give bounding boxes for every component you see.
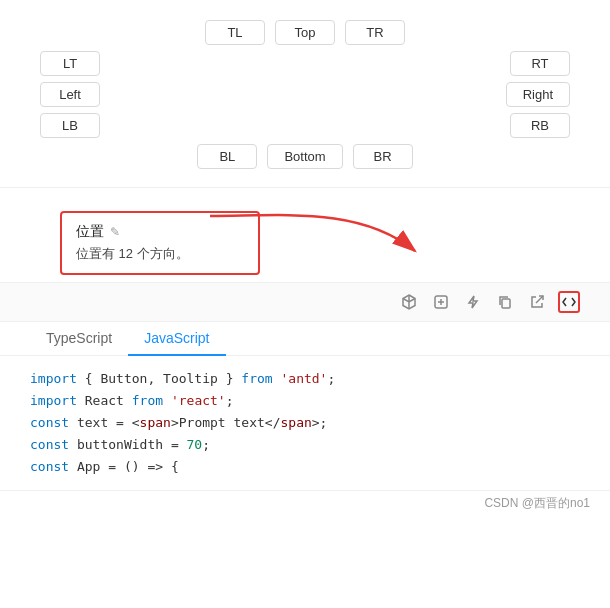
lightning-icon[interactable]: [462, 291, 484, 313]
btn-bottom[interactable]: Bottom: [267, 144, 342, 169]
toolbar: [0, 282, 610, 322]
code-line-5: const App = () => {: [30, 456, 580, 478]
code-line-2: import React from 'react';: [30, 390, 580, 412]
btn-rb[interactable]: RB: [510, 113, 570, 138]
footer: CSDN @西晋的no1: [0, 490, 610, 516]
btn-tl[interactable]: TL: [205, 20, 265, 45]
code-line-3: const text = <span>Prompt text</span>;: [30, 412, 580, 434]
btn-left[interactable]: Left: [40, 82, 100, 107]
btn-right[interactable]: Right: [506, 82, 570, 107]
code-tabs: TypeScript JavaScript: [0, 322, 610, 356]
footer-text: CSDN @西晋的no1: [484, 496, 590, 510]
btn-tr[interactable]: TR: [345, 20, 405, 45]
svg-line-3: [536, 296, 543, 303]
btn-br[interactable]: BR: [353, 144, 413, 169]
code-line-1: import { Button, Tooltip } from 'antd';: [30, 368, 580, 390]
cube-outline-icon[interactable]: [430, 291, 452, 313]
arrow-indicator: [200, 196, 430, 271]
copy-icon[interactable]: [494, 291, 516, 313]
external-link-icon[interactable]: [526, 291, 548, 313]
edit-icon[interactable]: ✎: [110, 225, 120, 239]
btn-top[interactable]: Top: [275, 20, 335, 45]
svg-rect-2: [502, 299, 510, 308]
code-icon[interactable]: [558, 291, 580, 313]
tab-javascript[interactable]: JavaScript: [128, 322, 225, 356]
tab-typescript[interactable]: TypeScript: [30, 322, 128, 356]
btn-lb[interactable]: LB: [40, 113, 100, 138]
cube-icon[interactable]: [398, 291, 420, 313]
code-block: import { Button, Tooltip } from 'antd'; …: [0, 356, 610, 490]
btn-bl[interactable]: BL: [197, 144, 257, 169]
btn-rt[interactable]: RT: [510, 51, 570, 76]
btn-lt[interactable]: LT: [40, 51, 100, 76]
code-line-4: const buttonWidth = 70;: [30, 434, 580, 456]
